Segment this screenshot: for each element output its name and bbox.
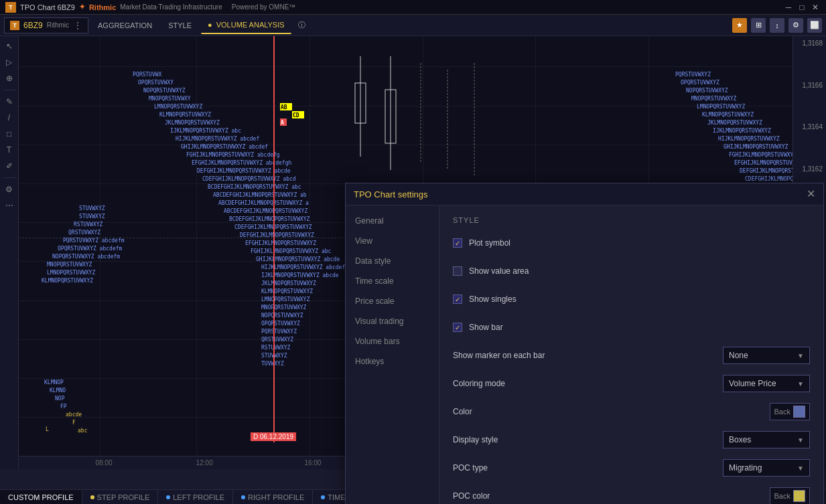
pointer-tool-button[interactable]: ▷ [2, 55, 17, 70]
left-profile-label: LEFT PROFILE [173, 493, 224, 501]
show-marker-label: Show marker on each bar [453, 351, 723, 360]
time-statistics-dot [321, 495, 325, 499]
instrument-menu-icon[interactable]: ⋮ [73, 20, 82, 31]
line-tool-button[interactable]: / [2, 110, 17, 125]
drawing-tool-button[interactable]: ✐ [2, 159, 17, 173]
svg-text:MNOPQRSTUVWXYZ: MNOPQRSTUVWXYZ [261, 305, 307, 311]
crosshair-tool-button[interactable]: ⊕ [2, 71, 17, 86]
nav-data-style[interactable]: Data style [346, 251, 439, 271]
tab-custom-profile[interactable]: CUSTOM PROFILE [0, 490, 82, 504]
svg-text:JKLMNOPQRSTUVWXYZ: JKLMNOPQRSTUVWXYZ [165, 120, 220, 126]
show-value-area-checkbox[interactable] [453, 266, 462, 276]
svg-text:QRSTUVWXYZ: QRSTUVWXYZ [68, 230, 100, 236]
settings-title: TPO Chart settings [354, 189, 428, 199]
display-style-value: Boxes [729, 435, 793, 444]
sidebar-divider [3, 90, 15, 90]
poc-color-label: POC color [453, 491, 770, 501]
volume-analysis-tab[interactable]: ● VOLUME ANALYSIS [201, 17, 291, 34]
color-swatch-box [793, 406, 805, 418]
plot-symbol-row: Plot symbol [453, 234, 810, 252]
instrument-broker: Rithmic [47, 21, 69, 29]
price-label-1: 1,3168 [795, 39, 825, 47]
show-marker-dropdown[interactable]: None ▼ [723, 347, 810, 364]
plot-symbol-checkbox[interactable] [453, 238, 462, 248]
svg-text:abcde: abcde [66, 412, 82, 418]
compare-icon[interactable]: ↕ [770, 18, 784, 33]
svg-text:QRSTUVWXYZ: QRSTUVWXYZ [261, 337, 293, 343]
settings-icon[interactable]: ⚙ [788, 18, 803, 33]
edit-tool-button[interactable]: ✎ [2, 94, 17, 109]
fullscreen-icon[interactable]: ⬜ [807, 18, 822, 33]
instrument-symbol: 6BZ9 [23, 21, 43, 30]
svg-text:GHIJKLMNOPQRSTUVWXYZ: GHIJKLMNOPQRSTUVWXYZ [724, 144, 788, 150]
svg-text:ABCDEFGHIJKLMNOPQRSTUVWXYZ a: ABCDEFGHIJKLMNOPQRSTUVWXYZ a [218, 200, 309, 206]
display-style-row: Display style Boxes ▼ [453, 430, 810, 449]
coloring-mode-dropdown[interactable]: Volume Price ▼ [723, 375, 810, 392]
svg-text:FGHIJKLMNOPQRSTUVWXYZ: FGHIJKLMNOPQRSTUVWXYZ [729, 152, 793, 158]
svg-text:STUVWXYZ: STUVWXYZ [79, 205, 105, 212]
nav-time-scale[interactable]: Time scale [346, 271, 439, 291]
poc-type-dropdown[interactable]: Migrating ▼ [723, 459, 810, 477]
nav-view[interactable]: View [346, 231, 439, 251]
color-swatch[interactable]: Back [770, 403, 810, 420]
time-label-3: 16:00 [304, 459, 321, 467]
svg-rect-47 [280, 103, 292, 110]
svg-text:KLMNO: KLMNO [50, 388, 66, 394]
text-tool-button[interactable]: T [2, 143, 17, 157]
display-style-dropdown[interactable]: Boxes ▼ [723, 431, 810, 448]
layout-icon[interactable]: ⊞ [751, 18, 766, 33]
poc-type-label: POC type [453, 463, 723, 473]
svg-text:NOPQRSTUVWXYZ: NOPQRSTUVWXYZ [261, 313, 303, 319]
svg-rect-73 [355, 83, 366, 123]
poc-color-swatch[interactable]: Back [770, 487, 810, 504]
svg-text:F: F [72, 420, 76, 426]
settings-header: TPO Chart settings ✕ [346, 183, 823, 205]
left-sidebar: ↖ ▷ ⊕ ✎ / □ T ✐ ⚙ ⋯ [0, 36, 19, 469]
more-tools-button[interactable]: ⋯ [2, 198, 17, 213]
svg-text:NOPQRSTUVWXYZ abcdefm: NOPQRSTUVWXYZ abcdefm [52, 254, 120, 260]
settings-tool-button[interactable]: ⚙ [2, 182, 17, 197]
style-tab[interactable]: STYLE [161, 17, 198, 34]
titlebar: T TPO Chart 6BZ9 ✦ Rithmic Market Data·T… [0, 0, 826, 15]
price-label-4: 1,3162 [795, 165, 825, 173]
svg-text:GHIJKLMNOPQRSTUVWXYZ abcdef: GHIJKLMNOPQRSTUVWXYZ abcdef [181, 144, 268, 150]
svg-text:HIJKLMNOPQRSTUVWXYZ abcdef: HIJKLMNOPQRSTUVWXYZ abcdef [176, 136, 259, 142]
show-bar-checkbox[interactable] [453, 323, 462, 332]
close-button[interactable]: ✕ [810, 2, 821, 13]
minimize-button[interactable]: ─ [783, 2, 794, 13]
svg-text:FGHIJKLMNOPQRSTUVWXYZ abcdefg: FGHIJKLMNOPQRSTUVWXYZ abcdefg [186, 152, 280, 158]
info-button[interactable]: ⓘ [294, 17, 309, 34]
price-label-2: 1,3166 [795, 82, 825, 89]
poc-color-row: POC color Back [453, 487, 810, 504]
plot-symbol-label: Plot symbol [469, 238, 810, 248]
tab-step-profile[interactable]: STEP PROFILE [82, 490, 159, 504]
tab-left-profile[interactable]: LEFT PROFILE [158, 490, 233, 504]
svg-text:KLMNOPQRSTUVWXYZ: KLMNOPQRSTUVWXYZ [702, 112, 754, 118]
show-value-area-label: Show value area [469, 266, 810, 276]
aggregation-tab[interactable]: AGGREGATION [91, 17, 159, 34]
tab-right-profile[interactable]: RIGHT PROFILE [233, 490, 313, 504]
right-profile-label: RIGHT PROFILE [248, 493, 304, 501]
show-singles-checkbox[interactable] [453, 295, 462, 304]
price-label-3: 1,3164 [795, 123, 825, 131]
watchlist-icon[interactable]: ★ [732, 18, 747, 33]
nav-price-scale[interactable]: Price scale [346, 291, 439, 311]
brand-logo: ✦ [79, 3, 85, 11]
rect-tool-button[interactable]: □ [2, 127, 17, 141]
svg-rect-75 [385, 90, 396, 143]
instrument-box[interactable]: T 6BZ9 Rithmic ⋮ [4, 17, 88, 33]
right-profile-dot [241, 495, 245, 499]
nav-general[interactable]: General [346, 211, 439, 231]
maximize-button[interactable]: □ [797, 2, 807, 13]
nav-hotkeys[interactable]: Hotkeys [346, 351, 439, 371]
nav-visual-trading[interactable]: Visual trading [346, 311, 439, 331]
left-profile-dot [166, 495, 170, 499]
settings-close-button[interactable]: ✕ [807, 189, 815, 199]
cursor-tool-button[interactable]: ↖ [2, 39, 17, 54]
svg-text:ABCDEFGHIJKLMNOPQRSTUVWXYZ ab: ABCDEFGHIJKLMNOPQRSTUVWXYZ ab [213, 192, 307, 198]
coloring-mode-value: Volume Price [729, 379, 793, 388]
time-label-1: 08:00 [96, 459, 113, 467]
nav-volume-bars[interactable]: Volume bars [346, 331, 439, 351]
svg-text:BCDEFGHIJKLMNOPQRSTUVWXYZ abc: BCDEFGHIJKLMNOPQRSTUVWXYZ abc [208, 184, 301, 190]
svg-text:TUVWXYZ: TUVWXYZ [261, 361, 284, 367]
